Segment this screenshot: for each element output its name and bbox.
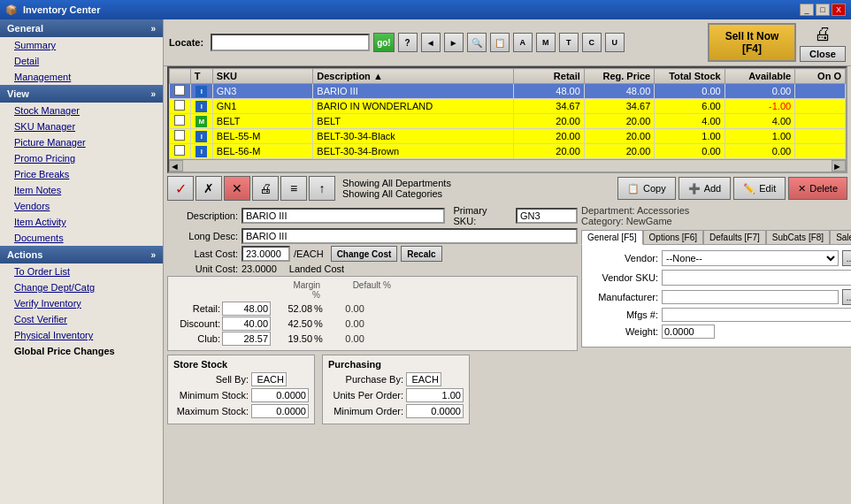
binoculars-button[interactable]: 🔍 — [467, 33, 487, 52]
col-type[interactable]: T — [190, 69, 212, 84]
retail-price-input[interactable] — [222, 302, 271, 316]
sidebar-item-item-activity[interactable]: Item Activity — [0, 214, 163, 230]
row-checkbox-cell[interactable] — [170, 114, 191, 129]
col-reg-price[interactable]: Reg. Price — [584, 69, 654, 84]
retail-margin-value: 52.08 — [272, 303, 312, 314]
sidebar-item-physical-inventory[interactable]: Physical Inventory — [0, 327, 163, 343]
manufacturer-input[interactable] — [662, 290, 839, 304]
tab-subcats[interactable]: SubCats [F8] — [766, 230, 830, 244]
tab-sales[interactable]: Sales [F9] — [830, 230, 851, 244]
mfgs-input[interactable] — [662, 308, 851, 322]
go-button[interactable]: go! — [373, 33, 395, 52]
col-check — [170, 69, 191, 84]
table-hscroll[interactable]: ◄ ► — [169, 159, 846, 172]
table-row[interactable]: I GN3 BARIO III 48.00 48.00 0.00 0.00 — [170, 84, 846, 99]
help-button[interactable]: ? — [398, 33, 418, 52]
edit-button[interactable]: ✏️ Edit — [733, 177, 786, 200]
delete-item-button[interactable]: ✕ — [224, 176, 250, 201]
sidebar-item-price-breaks[interactable]: Price Breaks — [0, 166, 163, 182]
description-input[interactable] — [242, 208, 445, 224]
sidebar-item-sku-manager[interactable]: SKU Manager — [0, 118, 163, 134]
sell-by-input[interactable] — [251, 372, 287, 386]
delete-button[interactable]: ✕ Delete — [788, 177, 847, 200]
add-button[interactable]: ➕ Add — [678, 177, 732, 200]
sidebar-item-verify-inventory[interactable]: Verify Inventory — [0, 295, 163, 311]
max-stock-input[interactable] — [251, 404, 309, 418]
sidebar-item-to-order-list[interactable]: To Order List — [0, 263, 163, 279]
table-row[interactable]: I BEL-56-M BELT-30-34-Brown 20.00 20.00 … — [170, 144, 846, 159]
last-cost-input[interactable] — [242, 246, 290, 262]
min-order-input[interactable] — [406, 404, 464, 418]
sidebar-item-item-notes[interactable]: Item Notes — [0, 182, 163, 198]
hscroll-left[interactable]: ◄ — [169, 160, 183, 172]
col-description[interactable]: Description ▲ — [313, 69, 514, 84]
sidebar-item-promo-pricing[interactable]: Promo Pricing — [0, 150, 163, 166]
sell-it-now-button[interactable]: Sell It Now [F4] — [708, 23, 796, 62]
sidebar-item-detail[interactable]: Detail — [0, 53, 163, 69]
maximize-button[interactable]: □ — [816, 4, 830, 16]
long-desc-input[interactable] — [242, 228, 578, 244]
t-button[interactable]: T — [559, 33, 579, 52]
tab-options[interactable]: Options [F6] — [643, 230, 703, 244]
minimize-button[interactable]: _ — [800, 4, 814, 16]
close-button[interactable]: Close — [800, 46, 846, 62]
options-button[interactable]: ≡ — [280, 176, 307, 201]
back-button[interactable]: ◄ — [421, 33, 441, 52]
sidebar-item-documents[interactable]: Documents — [0, 230, 163, 246]
close-window-button[interactable]: X — [832, 4, 846, 16]
sidebar-item-summary[interactable]: Summary — [0, 37, 163, 53]
hscroll-right[interactable]: ► — [832, 160, 846, 172]
table-row[interactable]: I GN1 BARIO IN WONDERLAND 34.67 34.67 6.… — [170, 99, 846, 114]
primary-sku-input[interactable] — [516, 208, 578, 224]
forward-button[interactable]: ► — [444, 33, 464, 52]
check-button[interactable]: ✓ — [167, 176, 194, 201]
copy-button[interactable]: 📋 Copy — [617, 177, 676, 200]
manufacturer-lookup-button[interactable]: ... — [842, 289, 851, 305]
locate-input[interactable] — [211, 34, 370, 51]
recalc-button[interactable]: Recalc — [401, 246, 441, 262]
hscroll-track[interactable] — [183, 160, 832, 172]
table-row[interactable]: M BELT BELT 20.00 20.00 4.00 4.00 — [170, 114, 846, 129]
print-button[interactable]: 🖨 — [252, 176, 279, 201]
units-per-order-input[interactable] — [406, 388, 464, 402]
col-retail[interactable]: Retail — [514, 69, 584, 84]
change-cost-button[interactable]: Change Cost — [331, 246, 398, 262]
sidebar-item-cost-verifier[interactable]: Cost Verifier — [0, 311, 163, 327]
row-checkbox-cell[interactable] — [170, 99, 191, 114]
table-row[interactable]: I BEL-55-M BELT-30-34-Black 20.00 20.00 … — [170, 129, 846, 144]
row-type-cell: I — [190, 129, 212, 144]
sidebar-item-global-price-changes[interactable]: Global Price Changes — [0, 343, 163, 359]
col-total-stock[interactable]: Total Stock — [655, 69, 724, 84]
col-on-o[interactable]: On O — [795, 69, 846, 84]
col-available[interactable]: Available — [724, 69, 794, 84]
sidebar-item-management[interactable]: Management — [0, 69, 163, 85]
min-stock-input[interactable] — [251, 388, 309, 402]
filter-button[interactable]: 📋 — [490, 33, 510, 52]
purchase-by-input[interactable] — [406, 372, 441, 386]
sidebar-item-vendors[interactable]: Vendors — [0, 198, 163, 214]
row-checkbox-cell[interactable] — [170, 129, 191, 144]
tab-general[interactable]: General [F5] — [581, 230, 643, 245]
sidebar-section-general[interactable]: General » — [0, 19, 163, 37]
m-button[interactable]: M — [536, 33, 556, 52]
all-button[interactable]: A — [513, 33, 533, 52]
col-sku[interactable]: SKU — [212, 69, 313, 84]
sidebar-item-change-dept-catg[interactable]: Change Dept/Catg — [0, 279, 163, 295]
u-button[interactable]: U — [605, 33, 625, 52]
sidebar-section-view[interactable]: View » — [0, 85, 163, 103]
vendor-lookup-button[interactable]: ... — [842, 250, 851, 266]
discount-price-input[interactable] — [222, 317, 271, 331]
sidebar-item-stock-manager[interactable]: Stock Manager — [0, 103, 163, 118]
vendor-select[interactable]: --None-- — [662, 250, 839, 266]
sidebar-item-picture-manager[interactable]: Picture Manager — [0, 134, 163, 150]
clear-button[interactable]: ✗ — [196, 176, 222, 201]
row-checkbox-cell[interactable] — [170, 144, 191, 159]
sidebar-section-actions[interactable]: Actions » — [0, 246, 163, 263]
c-button[interactable]: C — [582, 33, 602, 52]
club-price-input[interactable] — [222, 332, 271, 346]
up-button[interactable]: ↑ — [309, 176, 335, 201]
weight-input[interactable] — [662, 325, 715, 339]
row-checkbox-cell[interactable] — [170, 84, 191, 99]
tab-defaults[interactable]: Defaults [F7] — [703, 230, 766, 244]
vendor-sku-input[interactable] — [662, 270, 851, 286]
